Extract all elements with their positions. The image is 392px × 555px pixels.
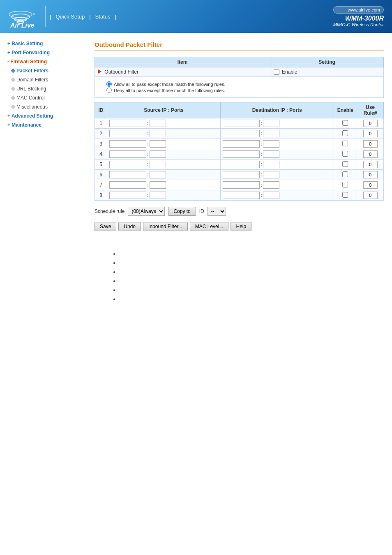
bullet-list <box>111 251 367 302</box>
dst-ip-input-1[interactable] <box>223 120 260 127</box>
use-rule-input-5[interactable] <box>363 161 378 168</box>
sidebar-item-domain-filters[interactable]: Domain Filters <box>4 75 82 84</box>
use-rule-input-4[interactable] <box>363 150 378 158</box>
use-rule-input-6[interactable] <box>363 171 378 178</box>
diamond-icon <box>11 104 15 109</box>
sidebar-item-mac-control[interactable]: MAC Control <box>4 93 82 102</box>
row-enable-checkbox-5[interactable] <box>342 161 348 167</box>
schedule-select[interactable]: (00)Always <box>128 207 165 216</box>
sidebar-item-firewall-setting[interactable]: - Firewall Setting <box>4 57 82 66</box>
row-enable-checkbox-6[interactable] <box>342 171 348 177</box>
src-port-input-1[interactable] <box>150 120 166 127</box>
row-enable-checkbox-7[interactable] <box>342 182 348 187</box>
schedule-label: Schedule rule <box>95 208 125 214</box>
use-rule-input-1[interactable] <box>363 120 378 127</box>
cell-use-rule-1 <box>357 118 384 129</box>
use-rule-input-3[interactable] <box>363 140 378 148</box>
use-rule-input-2[interactable] <box>363 130 378 137</box>
dst-port-input-1[interactable] <box>263 120 279 127</box>
dst-ip-input-3[interactable] <box>223 140 260 148</box>
header: Air Live ® | Quick Setup | Status | www.… <box>0 0 392 33</box>
sidebar-item-basic-setting[interactable]: + Basic Setting <box>4 39 82 48</box>
copy-to-button[interactable]: Copy to <box>168 207 196 216</box>
enable-row: Enable <box>274 69 380 75</box>
colon: : <box>147 120 149 126</box>
sidebar-item-url-blocking[interactable]: URL Blocking <box>4 84 82 93</box>
src-port-input-8[interactable] <box>150 192 166 199</box>
cell-id-4: 4 <box>95 149 107 160</box>
enable-label: Enable <box>282 69 297 75</box>
outbound-enable-checkbox[interactable] <box>274 69 279 75</box>
dst-ip-input-7[interactable] <box>223 181 260 189</box>
dst-port-input-4[interactable] <box>263 150 279 158</box>
src-ip-input-8[interactable] <box>109 192 146 199</box>
src-port-input-4[interactable] <box>150 150 166 158</box>
src-ip-input-6[interactable] <box>109 171 146 178</box>
use-rule-input-8[interactable] <box>363 192 378 199</box>
radio-deny[interactable] <box>106 88 112 93</box>
dst-ip-input-2[interactable] <box>223 130 260 137</box>
cell-use-rule-8 <box>357 190 384 201</box>
radio-allow-div: Allow all to pass except those match the… <box>106 81 372 87</box>
ip-port-src-1: : <box>109 120 218 127</box>
diamond-icon <box>11 86 15 91</box>
src-port-input-5[interactable] <box>150 161 166 168</box>
dst-ip-input-8[interactable] <box>223 192 260 199</box>
row-enable-checkbox-4[interactable] <box>342 151 348 157</box>
status-link[interactable]: Status <box>93 13 113 21</box>
dst-port-input-8[interactable] <box>263 192 279 199</box>
dst-ip-input-5[interactable] <box>223 161 260 168</box>
colon: : <box>261 131 262 136</box>
row-enable-checkbox-8[interactable] <box>342 192 348 198</box>
ip-port-dst-2: : <box>223 130 332 137</box>
sidebar-item-port-forwarding[interactable]: + Port Forwarding <box>4 48 82 57</box>
help-button[interactable]: Help <box>231 222 251 231</box>
dst-port-input-7[interactable] <box>263 181 279 189</box>
dst-port-input-2[interactable] <box>263 130 279 137</box>
svg-text:Air Live: Air Live <box>10 22 35 29</box>
dst-port-input-6[interactable] <box>263 171 279 178</box>
src-port-input-3[interactable] <box>150 140 166 148</box>
dst-ip-input-6[interactable] <box>223 171 260 178</box>
cell-id-2: 2 <box>95 129 107 139</box>
use-rule-input-7[interactable] <box>363 181 378 189</box>
row-enable-checkbox-3[interactable] <box>342 141 348 146</box>
quick-setup-link[interactable]: Quick Setup <box>53 13 87 21</box>
save-button[interactable]: Save <box>95 222 116 231</box>
outbound-filter-cell: Outbound Filter <box>95 67 270 77</box>
undo-button[interactable]: Undo <box>118 222 141 231</box>
row-enable-checkbox-2[interactable] <box>342 130 348 136</box>
src-ip-input-2[interactable] <box>109 130 146 137</box>
src-ip-input-4[interactable] <box>109 150 146 158</box>
src-port-input-2[interactable] <box>150 130 166 137</box>
header-right: www.airlive.com WMM-3000R MIMO-G Wireles… <box>333 6 384 27</box>
table-row: 8:: <box>95 190 384 201</box>
mac-level-button[interactable]: MAC Level... <box>190 222 229 231</box>
src-ip-input-3[interactable] <box>109 140 146 148</box>
outbound-filter-row: Outbound Filter Enable <box>95 67 384 77</box>
src-ip-input-1[interactable] <box>109 120 146 127</box>
dst-port-input-3[interactable] <box>263 140 279 148</box>
cell-source-4: : <box>107 149 221 160</box>
model-name: WMM-3000R <box>333 15 384 22</box>
id-select[interactable]: -- 1 2 3 4 5 6 7 8 <box>208 207 226 216</box>
dst-port-input-5[interactable] <box>263 161 279 168</box>
radio-allow[interactable] <box>106 81 112 87</box>
th-use-rule: Use Rule# <box>357 102 384 118</box>
row-enable-checkbox-1[interactable] <box>342 120 348 126</box>
sidebar-item-packet-filters[interactable]: Packet Filters <box>4 66 82 75</box>
cell-dest-2: : <box>220 129 334 139</box>
logo-icon: Air Live ® <box>8 6 41 27</box>
cell-enable-3 <box>334 139 357 149</box>
sidebar-item-advanced-setting[interactable]: + Advanced Setting <box>4 111 82 120</box>
src-ip-input-5[interactable] <box>109 161 146 168</box>
diamond-icon <box>11 95 15 100</box>
cell-id-5: 5 <box>95 160 107 170</box>
inbound-filter-button[interactable]: Inbound Filter... <box>143 222 188 231</box>
dst-ip-input-4[interactable] <box>223 150 260 158</box>
sidebar-item-maintenance[interactable]: + Maintenance <box>4 120 82 130</box>
sidebar-item-miscellaneous[interactable]: Miscellaneous <box>4 102 82 111</box>
src-ip-input-7[interactable] <box>109 181 146 189</box>
src-port-input-7[interactable] <box>150 181 166 189</box>
src-port-input-6[interactable] <box>150 171 166 178</box>
